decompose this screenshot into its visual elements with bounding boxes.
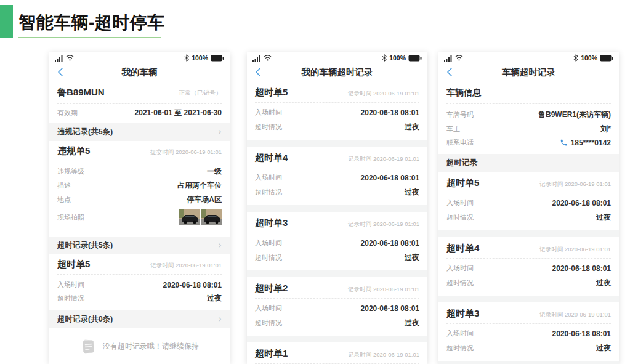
section-title: 超时记录(共5条) bbox=[57, 240, 113, 251]
card-meta: 记录时间 2020-06-19 01:01 bbox=[348, 286, 419, 294]
overtime-card[interactable]: 超时单3 记录时间 2020-06-19 01:01 入场时间 2020-06-… bbox=[438, 302, 619, 361]
row-label: 入场时间 bbox=[255, 108, 282, 117]
chevron-right-icon: › bbox=[218, 241, 222, 250]
card-title: 超时单4 bbox=[255, 152, 288, 164]
row-label: 超时情况 bbox=[255, 318, 282, 328]
overtime-status-row: 超时情况 过夜 bbox=[247, 315, 427, 331]
row-label: 超时情况 bbox=[255, 123, 282, 132]
section-title: 违规记录(共5条) bbox=[57, 127, 113, 137]
overtime-status-row: 超时情况 过夜 bbox=[438, 210, 619, 225]
overtime-card[interactable]: 超时单5 记录时间 2020-06-19 01:01 入场时间 2020-06-… bbox=[247, 81, 427, 140]
row-value: 2020-06-18 08:01 bbox=[361, 108, 419, 117]
overtime-card[interactable]: 超时单2 记录时间 2020-06-19 01:01 入场时间 2020-06-… bbox=[247, 277, 427, 336]
back-icon[interactable] bbox=[255, 67, 261, 77]
card-title: 超时单1 bbox=[255, 348, 288, 360]
divider bbox=[255, 233, 419, 233]
divider bbox=[446, 193, 611, 193]
row-label: 入场时间 bbox=[255, 173, 282, 182]
overtime-card[interactable]: 超时单1 记录时间 2020-06-19 01:01 入场时间 2020-06-… bbox=[247, 342, 427, 364]
title-underline bbox=[18, 37, 161, 38]
overtime-card[interactable]: 超时单3 记录时间 2020-06-19 01:01 入场时间 2020-06-… bbox=[247, 212, 427, 270]
row-label: 超时情况 bbox=[446, 278, 474, 288]
contact-phone-row: 联系电话 185****0142 bbox=[438, 136, 619, 149]
card-meta: 记录时间 2020-06-19 01:01 bbox=[539, 180, 611, 188]
phone-call-icon[interactable] bbox=[560, 139, 568, 147]
row-value: 刘* bbox=[600, 124, 611, 134]
back-icon[interactable] bbox=[57, 67, 63, 77]
row-label: 车主 bbox=[446, 124, 460, 134]
battery-percent: 100% bbox=[581, 54, 597, 62]
validity-row: 有效期 2021-06-01 至 2021-06-30 bbox=[49, 104, 230, 123]
row-label: 入场时间 bbox=[446, 198, 474, 208]
violation-section-header[interactable]: 违规记录(共5条) › bbox=[49, 123, 230, 141]
chevron-right-icon: › bbox=[218, 315, 222, 324]
vehicle-info-block: 车辆信息 车牌号码 鲁B9WER1(来访车辆) 车主 刘* 联系电话 185**… bbox=[438, 81, 619, 154]
entry-time-row: 入场时间 2020-06-18 08:01 bbox=[247, 301, 427, 315]
row-value: 2020-06-18 08:01 bbox=[361, 304, 419, 313]
overtime-card[interactable]: 超时单4 记录时间 2020-06-19 01:01 入场时间 2020-06-… bbox=[438, 237, 619, 296]
divider bbox=[255, 102, 419, 103]
status-bar: 100% bbox=[49, 52, 230, 64]
violation-card[interactable]: 违规单5 提交时间 2020-06-19 01:01 违规等级 一级 描述 占用… bbox=[49, 141, 230, 237]
row-label: 入场时间 bbox=[57, 280, 84, 289]
row-value: 过夜 bbox=[405, 187, 419, 198]
row-label: 违规等级 bbox=[57, 167, 84, 176]
card-title: 超时单5 bbox=[255, 87, 288, 99]
bluetooth-icon bbox=[184, 54, 189, 62]
battery-percent: 100% bbox=[192, 54, 208, 62]
nav-title: 我的车辆超时记录 bbox=[302, 67, 373, 78]
row-label: 超时情况 bbox=[446, 213, 474, 222]
overtime-card[interactable]: 超时单4 记录时间 2020-06-19 01:01 入场时间 2020-06-… bbox=[247, 147, 427, 205]
card-meta: 记录时间 2020-06-19 01:01 bbox=[539, 311, 611, 319]
accent-block bbox=[0, 5, 13, 38]
phone-number[interactable]: 185****0142 bbox=[571, 139, 611, 147]
card-meta: 记录时间 2020-06-19 01:01 bbox=[348, 220, 419, 229]
status-bar: 100% bbox=[438, 52, 619, 64]
row-label: 超时情况 bbox=[57, 294, 84, 303]
status-bar: 100% bbox=[247, 52, 427, 64]
overtime-card[interactable]: 超时单5 记录时间 2020-06-19 01:01 入场时间 2020-06-… bbox=[49, 254, 230, 310]
signal-icon bbox=[55, 55, 63, 62]
nav-bar: 我的车辆超时记录 bbox=[247, 64, 427, 81]
overtime-card-list: 超时单5 记录时间 2020-06-19 01:01 入场时间 2020-06-… bbox=[247, 81, 427, 364]
scene-photo-thumbnail[interactable] bbox=[201, 209, 222, 225]
row-label: 入场时间 bbox=[446, 264, 474, 273]
screen-my-vehicle: 100% 我的车辆 鲁B89MUN 正常（已销号） 有效期 2021-06-01… bbox=[49, 52, 230, 364]
row-value: 过夜 bbox=[405, 253, 419, 263]
entry-time-row: 入场时间 2020-06-18 08:01 bbox=[247, 236, 427, 250]
row-value: 停车场A区 bbox=[187, 195, 222, 205]
vehicle-row[interactable]: 鲁B89MUN 正常（已销号） bbox=[49, 81, 230, 103]
row-value: 2020-06-18 08:01 bbox=[361, 174, 419, 182]
overtime-status-row: 超时情况 过夜 bbox=[247, 119, 427, 135]
violation-desc-row: 描述 占用两个车位 bbox=[49, 179, 230, 193]
row-value: 过夜 bbox=[207, 293, 222, 304]
scene-photo-thumbnail[interactable] bbox=[179, 209, 200, 225]
overtime-empty-section-header[interactable]: 超时记录(共0条) › bbox=[49, 310, 230, 328]
overtime-card[interactable]: 超时单5 记录时间 2020-06-19 01:01 入场时间 2020-06-… bbox=[438, 172, 619, 230]
row-value: 鲁B9WER1(来访车辆) bbox=[538, 110, 611, 120]
battery-icon bbox=[211, 55, 224, 62]
battery-icon bbox=[408, 55, 422, 62]
entry-time-row: 入场时间 2020-06-18 08:01 bbox=[247, 171, 427, 185]
overtime-section-header[interactable]: 超时记录(共5条) › bbox=[49, 237, 230, 254]
wifi-icon bbox=[455, 55, 463, 61]
plate-number: 鲁B89MUN bbox=[57, 87, 105, 99]
row-value: 过夜 bbox=[596, 343, 611, 354]
plate-number-row: 车牌号码 鲁B9WER1(来访车辆) bbox=[438, 108, 619, 122]
empty-state-text: 没有超时记录哦！请继续保持 bbox=[103, 341, 199, 352]
divider bbox=[446, 323, 611, 324]
signal-icon bbox=[444, 55, 453, 62]
battery-icon bbox=[600, 55, 613, 62]
entry-time-row: 入场时间 2020-06-18 08:01 bbox=[247, 105, 427, 119]
card-title: 超时单3 bbox=[446, 308, 479, 320]
nav-title: 我的车辆 bbox=[122, 67, 158, 78]
screen-my-overtime-records: 100% 我的车辆超时记录 超时单5 记录时间 2020-06-19 01:01… bbox=[247, 52, 427, 364]
overtime-status-row: 超时情况 过夜 bbox=[438, 275, 619, 291]
validity-value: 2021-06-01 至 2021-06-30 bbox=[135, 108, 222, 118]
row-value: 过夜 bbox=[405, 318, 419, 328]
overtime-records-section-header: 超时记录 bbox=[438, 154, 619, 172]
back-icon[interactable] bbox=[446, 67, 453, 77]
card-meta: 记录时间 2020-06-19 01:01 bbox=[348, 351, 419, 359]
row-value: 2020-06-18 08:01 bbox=[552, 199, 611, 208]
scene-photo-row: 现场拍照 bbox=[49, 207, 230, 232]
